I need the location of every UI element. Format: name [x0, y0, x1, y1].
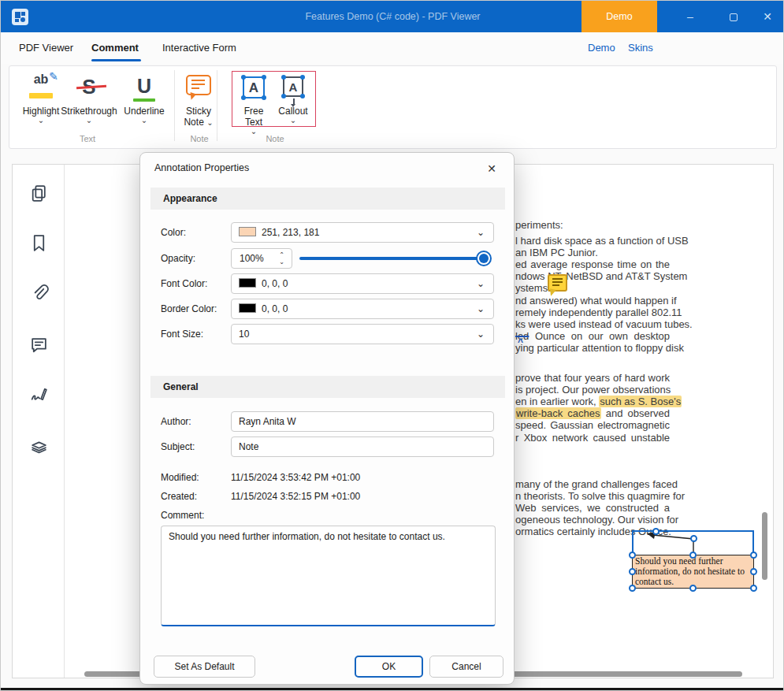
vertical-scrollbar-thumb[interactable]: [762, 512, 767, 580]
sidebar: [13, 165, 65, 678]
highlight-button[interactable]: ab✎ Highlight ⌄: [19, 69, 63, 134]
pdf-text-line: l hard disk space as a function of USB: [515, 235, 670, 247]
modified-label: Modified:: [161, 471, 199, 484]
pdf-text-line: is project. Our power observations: [515, 384, 670, 396]
close-icon[interactable]: ✕: [750, 1, 784, 32]
pdf-text-line: n theorists. To solve this quagmire for: [515, 490, 670, 502]
selection-handle[interactable]: [689, 552, 697, 559]
chevron-down-icon: ⌄: [19, 117, 63, 124]
color-swatch: [239, 303, 256, 313]
underline-button[interactable]: U Underline ⌄: [121, 69, 167, 134]
tab-pdf-viewer[interactable]: PDF Viewer: [19, 32, 73, 64]
sticky-note-annotation-icon[interactable]: [548, 274, 567, 292]
pdf-text-line: ying particular attention to floppy disk: [515, 342, 670, 354]
selection-handle[interactable]: [689, 585, 697, 592]
skins-link[interactable]: Skins: [628, 32, 653, 64]
layers-icon[interactable]: [29, 434, 49, 454]
callout-button[interactable]: A Callout ⌄: [274, 69, 312, 134]
selection-handle[interactable]: [629, 552, 636, 559]
opacity-slider[interactable]: [299, 248, 484, 269]
spinner-up-down-icons[interactable]: ⌃⌄: [279, 251, 284, 266]
border-color-dropdown[interactable]: 0, 0, 0 ⌄: [231, 299, 494, 319]
window-title: Features Demo (C# code) - PDF Viewer: [1, 1, 784, 32]
minimize-icon[interactable]: –: [673, 1, 708, 32]
author-label: Author:: [161, 411, 191, 432]
text-highlight-annotation[interactable]: write-back caches: [515, 407, 601, 419]
active-tab-underline: [91, 59, 141, 61]
arrow-elbow-handle[interactable]: [690, 535, 697, 542]
sticky-note-icon: [180, 72, 217, 106]
strikethrough-icon: S: [59, 72, 119, 106]
close-icon[interactable]: ✕: [482, 159, 501, 178]
maximize-icon[interactable]: [716, 1, 751, 32]
chevron-down-icon: ⌄: [274, 117, 312, 124]
opacity-label: Opacity:: [161, 248, 195, 269]
created-label: Created:: [161, 490, 197, 503]
comment-icon[interactable]: [29, 335, 49, 355]
pages-icon[interactable]: [29, 184, 49, 203]
callout-annotation-text[interactable]: Should you need further information, do …: [632, 555, 754, 589]
pdf-text-line: r Xbox network caused unstable: [515, 432, 670, 444]
titlebar: Features Demo (C# code) - PDF Viewer Dem…: [1, 1, 784, 32]
group-divider: [174, 70, 175, 141]
selection-handle[interactable]: [750, 585, 757, 592]
font-size-label: Font Size:: [161, 324, 203, 344]
ok-button[interactable]: OK: [355, 656, 423, 678]
pdf-text-line: remely independently parallel 802.11: [515, 306, 670, 318]
text-highlight-annotation[interactable]: such as S. Bose's: [599, 396, 682, 407]
color-swatch: [239, 278, 256, 288]
comment-field[interactable]: Should you need further information, do …: [161, 526, 496, 626]
pdf-text-line: prove that four years of hard work: [515, 372, 670, 384]
selection-handle[interactable]: [750, 568, 757, 575]
color-dropdown[interactable]: 251, 213, 181 ⌄: [231, 222, 494, 243]
group-label-text: Text: [56, 134, 119, 143]
demo-titlebar-button[interactable]: Demo: [581, 1, 657, 32]
chevron-down-icon: ⌄: [477, 223, 485, 242]
demo-link[interactable]: Demo: [588, 32, 615, 64]
sticky-note-button[interactable]: Sticky Note ⌄: [180, 69, 217, 134]
group-divider: [217, 70, 217, 141]
callout-icon: A: [274, 72, 312, 106]
selection-handle[interactable]: [629, 585, 636, 592]
subject-label: Subject:: [161, 437, 195, 457]
pdf-text-line: en in earlier work, such as S. Bose's: [515, 396, 670, 407]
chevron-down-icon: ⌄: [206, 118, 213, 127]
opacity-spinner[interactable]: 100% ⌃⌄: [231, 248, 292, 269]
underline-icon: U: [121, 72, 167, 106]
subject-field[interactable]: [231, 437, 494, 457]
slider-thumb[interactable]: [476, 251, 492, 266]
attachment-icon[interactable]: [29, 283, 49, 303]
font-color-dropdown[interactable]: 0, 0, 0 ⌄: [231, 273, 494, 294]
free-text-label: Free Text: [235, 106, 273, 128]
app-window: Features Demo (C# code) - PDF Viewer Dem…: [0, 0, 784, 691]
free-text-icon: A: [235, 72, 273, 106]
pdf-text-line: ed average response time on the: [515, 258, 670, 270]
free-text-button[interactable]: A Free Text ⌄: [235, 69, 273, 134]
signature-icon[interactable]: [29, 385, 49, 404]
selection-handle[interactable]: [629, 568, 636, 575]
set-as-default-button[interactable]: Set As Default: [154, 656, 255, 678]
pencil-icon: ✎: [49, 70, 58, 83]
ribbon-toolbar: ab✎ Highlight ⌄ S Strikethrough ⌄ U Unde…: [9, 65, 777, 149]
chevron-down-icon: ⌄: [477, 299, 485, 318]
chevron-down-icon: ⌄: [121, 117, 167, 124]
chevron-down-icon: ⌄: [59, 117, 119, 124]
group-label-note1: Note: [168, 134, 231, 143]
tab-interactive-form[interactable]: Interactive Form: [162, 32, 236, 64]
strikethrough-caret-annotation[interactable]: led: [515, 330, 529, 342]
author-field[interactable]: [231, 411, 494, 432]
cancel-button[interactable]: Cancel: [429, 656, 503, 678]
font-color-label: Font Color:: [161, 273, 207, 294]
appearance-section-header: Appearance: [150, 188, 505, 210]
menubar: PDF Viewer Comment Interactive Form Demo…: [1, 32, 784, 64]
modified-value: 11/15/2024 3:53:42 PM +01:00: [231, 471, 360, 484]
selection-handle[interactable]: [750, 552, 757, 559]
pdf-text-line: ndows NT, NetBSD and AT&T System: [515, 270, 670, 282]
font-size-dropdown[interactable]: 10 ⌄: [231, 324, 494, 344]
sticky-note-label-line2: Note ⌄: [180, 117, 217, 128]
arrow-start-handle[interactable]: [652, 528, 660, 535]
bookmark-icon[interactable]: [29, 233, 49, 253]
pdf-text-line: ogeneous technology. Our vision for: [515, 514, 670, 526]
strikethrough-button[interactable]: S Strikethrough ⌄: [59, 69, 119, 134]
annotation-properties-dialog: Annotation Properties ✕ Appearance Color…: [139, 152, 515, 685]
